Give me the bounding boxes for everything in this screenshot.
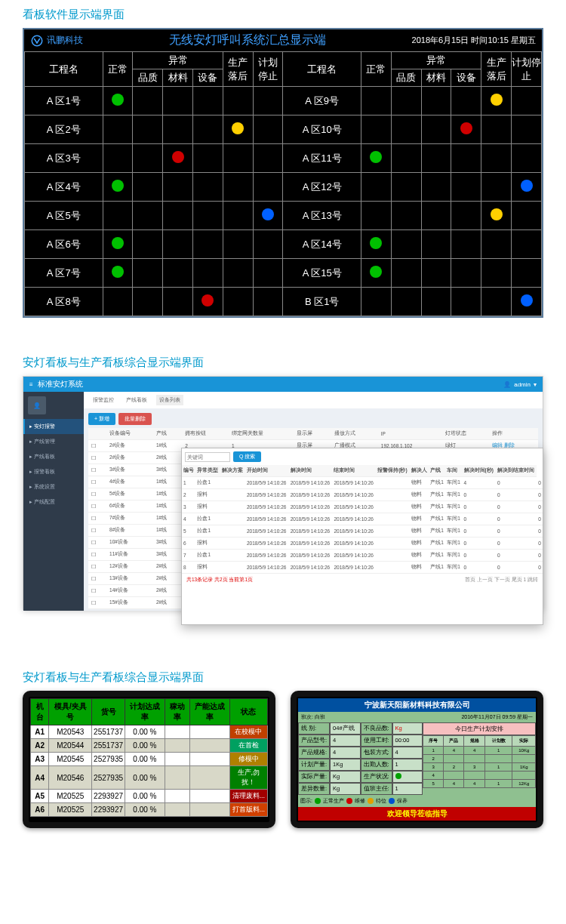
sidebar-item[interactable]: ▸ 产线看板 [23, 449, 84, 464]
legend-text: 维修 [355, 797, 365, 805]
table-cell: 14#设备 [106, 585, 153, 597]
sidebar-item[interactable]: ▸ 安灯报警 [23, 419, 84, 434]
status-dot [172, 151, 184, 163]
andon-row-name: A 区5号 [25, 202, 103, 230]
popup-row[interactable]: 5拉盘12018/5/9 14:10:262018/5/9 14:10:2620… [182, 525, 543, 537]
popup-cell [376, 489, 409, 501]
andon-cell [192, 259, 223, 288]
t1-cell: A2 [31, 739, 49, 753]
popup-cell [220, 477, 245, 489]
popup-cell: 2018/5/9 14:10:26 [245, 513, 289, 525]
popup-cell: 2018/5/9 14:10:26 [332, 525, 376, 537]
table-header: 显示屏 [294, 428, 331, 440]
andon-row-name: A 区3号 [25, 144, 103, 173]
popup-header: 解决方案 [220, 465, 245, 477]
andon-cell [163, 144, 193, 173]
andon-cell [133, 116, 163, 144]
andon-row-name: A 区12号 [283, 173, 361, 202]
bulk-delete-button[interactable]: 批量删除 [118, 413, 152, 425]
andon-cell [421, 87, 451, 116]
status-dot [112, 237, 124, 249]
andon-row-name: A 区4号 [25, 173, 103, 202]
t1-cell: 2551737 [92, 739, 125, 753]
andon-cell [451, 259, 481, 288]
popup-cell: 0 [463, 550, 496, 562]
andon-cell [451, 230, 481, 259]
popup-row[interactable]: 6报料2018/5/9 14:10:262018/5/9 14:10:26201… [182, 537, 543, 550]
popup-cell: 0 [537, 477, 543, 489]
popup-search-button[interactable]: Q 搜索 [233, 451, 261, 462]
t1-header: 产能达成率 [190, 699, 229, 725]
andon-table: 工程名正常异常生产落后计划停止工程名正常异常生产落后计划停止品质材料设备品质材料… [24, 51, 542, 316]
legend-swatch [368, 798, 374, 804]
andon-cell [361, 144, 391, 173]
andon-cell [223, 288, 253, 316]
popup-cell: 车间1 [445, 537, 462, 550]
andon-cell [481, 259, 512, 288]
popup-row[interactable]: 1拉盘12018/5/9 14:10:262018/5/9 14:10:2620… [182, 477, 543, 489]
popup-cell [376, 525, 409, 537]
legend-text: 待位 [376, 797, 386, 805]
popup-row[interactable]: 4拉盘12018/5/9 14:10:262018/5/9 14:10:2620… [182, 513, 543, 525]
t1-cell: 2293927 [92, 790, 125, 803]
sidebar-item[interactable]: ▸ 产线配置 [23, 494, 84, 510]
plan-header: 实际 [512, 736, 536, 747]
andon-cell [391, 173, 421, 202]
andon-header-cell: 计划停止 [253, 52, 283, 87]
status-badge: 打首版料... [230, 803, 267, 816]
andon-row-name: A 区9号 [283, 87, 361, 116]
table-cell: 5#设备 [106, 488, 153, 500]
popup-cell: 2018/5/9 14:10:26 [245, 562, 289, 574]
table-cell: 3#线 [153, 549, 182, 561]
t1-cell: 修模中 [229, 753, 267, 766]
table-header [88, 428, 106, 440]
andon-row-name: A 区2号 [25, 116, 103, 144]
table-cell: 13#设备 [106, 573, 153, 585]
breadcrumb-item[interactable]: 设备列表 [156, 395, 183, 405]
popup-row[interactable]: 2报料2018/5/9 14:10:262018/5/9 14:10:26201… [182, 489, 543, 501]
popup-cell: 产线1 [429, 562, 445, 574]
popup-cell: 物料 [410, 550, 429, 562]
user-menu[interactable]: 👤 admin ▾ [503, 381, 537, 388]
legend-label: 图示: [300, 797, 312, 805]
popup-search-input[interactable] [185, 452, 230, 462]
andon-cell [163, 116, 193, 144]
machine-row: A6M2052522939270.00 %打首版料... [31, 803, 268, 817]
andon-cell [512, 87, 542, 116]
t1-cell: A5 [31, 790, 49, 803]
andon-cell [192, 230, 223, 259]
andon-cell [223, 87, 253, 116]
add-button[interactable]: + 新增 [88, 413, 115, 425]
popup-pagination[interactable]: 首页 上一页 下一页 尾页 1 跳转 [465, 577, 538, 584]
andon-cell [103, 230, 133, 259]
popup-cell: 2018/5/9 14:10:26 [245, 489, 289, 501]
popup-row[interactable]: 8报料2018/5/9 14:10:262018/5/9 14:10:26201… [182, 562, 543, 574]
breadcrumb-item[interactable]: 产线看板 [123, 395, 150, 405]
t1-cell: 在首检 [229, 739, 267, 753]
popup-cell: 产线1 [429, 513, 445, 525]
sidebar-item[interactable]: ▸ 系统设置 [23, 479, 84, 494]
plan-cell [464, 755, 484, 763]
table-cell: ☐ [88, 585, 106, 597]
popup-row[interactable]: 7拉盘12018/5/9 14:10:262018/5/9 14:10:2620… [182, 550, 543, 562]
andon-row-name: A 区10号 [283, 116, 361, 144]
sidebar-item[interactable]: ▸ 产线管理 [23, 434, 84, 449]
andon-cell [421, 259, 451, 288]
andon-cell [103, 87, 133, 116]
popup-cell: 报料 [195, 489, 220, 501]
table-cell: 1#线 [153, 513, 182, 525]
status-dot [370, 151, 382, 163]
andon-cell [163, 288, 193, 316]
t1-cell: A1 [31, 725, 49, 739]
popup-row[interactable]: 3报料2018/5/9 14:10:262018/5/9 14:10:26201… [182, 501, 543, 513]
table-cell: ☐ [88, 561, 106, 573]
popup-cell: 2018/5/9 14:10:26 [289, 513, 333, 525]
burger-icon[interactable]: ≡ [29, 381, 33, 388]
status-dot [521, 180, 533, 192]
andon-cell [163, 259, 193, 288]
t2-field: 不良品数: [361, 722, 392, 735]
breadcrumb-item[interactable]: 报警监控 [90, 395, 117, 405]
popup-cell: 0 [463, 501, 496, 513]
t1-cell: M20544 [49, 739, 92, 753]
sidebar-item[interactable]: ▸ 报警看板 [23, 464, 84, 479]
